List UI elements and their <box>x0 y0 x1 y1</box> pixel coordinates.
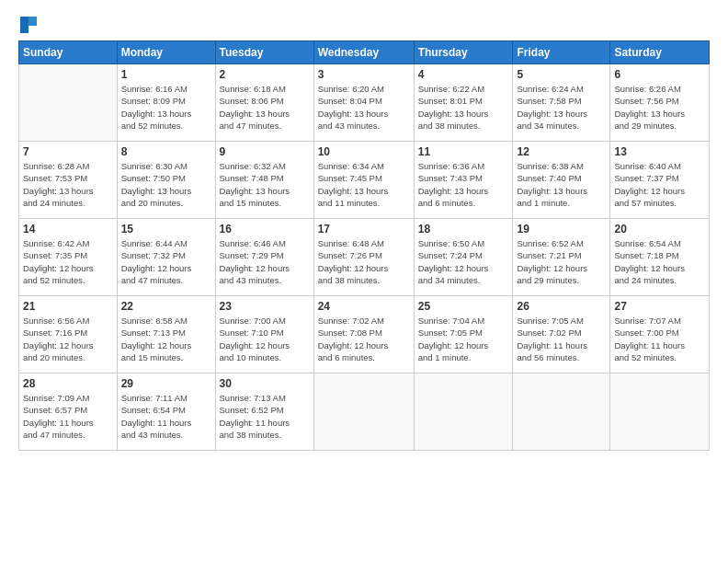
calendar-header-row: SundayMondayTuesdayWednesdayThursdayFrid… <box>19 41 710 64</box>
day-number: 6 <box>614 67 705 82</box>
calendar-cell <box>19 64 118 142</box>
day-info: Sunrise: 6:44 AM Sunset: 7:32 PM Dayligh… <box>121 237 211 286</box>
day-info: Sunrise: 6:28 AM Sunset: 7:53 PM Dayligh… <box>23 160 113 209</box>
day-info: Sunrise: 7:09 AM Sunset: 6:57 PM Dayligh… <box>23 392 113 441</box>
calendar-cell: 3Sunrise: 6:20 AM Sunset: 8:04 PM Daylig… <box>313 64 414 142</box>
weekday-header-wednesday: Wednesday <box>313 41 414 64</box>
calendar-cell: 9Sunrise: 6:32 AM Sunset: 7:48 PM Daylig… <box>215 142 313 219</box>
calendar-cell: 16Sunrise: 6:46 AM Sunset: 7:29 PM Dayli… <box>215 219 313 296</box>
day-info: Sunrise: 6:58 AM Sunset: 7:13 PM Dayligh… <box>121 315 211 363</box>
calendar-cell: 25Sunrise: 7:04 AM Sunset: 7:05 PM Dayli… <box>414 296 513 373</box>
calendar-cell: 27Sunrise: 7:07 AM Sunset: 7:00 PM Dayli… <box>610 296 710 373</box>
day-number: 25 <box>418 299 509 314</box>
calendar-cell: 20Sunrise: 6:54 AM Sunset: 7:18 PM Dayli… <box>610 219 710 296</box>
day-info: Sunrise: 7:11 AM Sunset: 6:54 PM Dayligh… <box>121 392 211 441</box>
day-info: Sunrise: 6:40 AM Sunset: 7:37 PM Dayligh… <box>614 160 705 209</box>
day-info: Sunrise: 6:22 AM Sunset: 8:01 PM Dayligh… <box>418 83 509 132</box>
weekday-header-sunday: Sunday <box>19 41 118 64</box>
logo-text <box>18 17 39 33</box>
calendar-cell <box>610 373 710 451</box>
calendar-cell: 5Sunrise: 6:24 AM Sunset: 7:58 PM Daylig… <box>513 64 610 142</box>
day-info: Sunrise: 6:56 AM Sunset: 7:16 PM Dayligh… <box>23 315 113 363</box>
calendar-cell: 2Sunrise: 6:18 AM Sunset: 8:06 PM Daylig… <box>215 64 313 142</box>
calendar-cell <box>513 373 610 451</box>
day-number: 7 <box>23 144 113 159</box>
day-number: 18 <box>418 222 509 236</box>
day-number: 27 <box>614 299 705 314</box>
day-info: Sunrise: 6:42 AM Sunset: 7:35 PM Dayligh… <box>23 237 113 286</box>
calendar-cell: 21Sunrise: 6:56 AM Sunset: 7:16 PM Dayli… <box>19 296 118 373</box>
day-info: Sunrise: 6:34 AM Sunset: 7:45 PM Dayligh… <box>318 160 410 209</box>
day-number: 19 <box>517 222 606 236</box>
calendar-cell: 14Sunrise: 6:42 AM Sunset: 7:35 PM Dayli… <box>19 219 118 296</box>
svg-marker-1 <box>28 17 37 26</box>
day-info: Sunrise: 6:24 AM Sunset: 7:58 PM Dayligh… <box>517 83 606 132</box>
day-info: Sunrise: 6:46 AM Sunset: 7:29 PM Dayligh… <box>220 237 310 286</box>
calendar-cell: 28Sunrise: 7:09 AM Sunset: 6:57 PM Dayli… <box>19 373 118 451</box>
calendar-cell: 29Sunrise: 7:11 AM Sunset: 6:54 PM Dayli… <box>117 373 215 451</box>
day-number: 30 <box>220 376 310 391</box>
day-info: Sunrise: 6:18 AM Sunset: 8:06 PM Dayligh… <box>220 83 310 132</box>
day-info: Sunrise: 6:50 AM Sunset: 7:24 PM Dayligh… <box>418 237 509 286</box>
logo <box>18 17 39 31</box>
calendar-cell: 12Sunrise: 6:38 AM Sunset: 7:40 PM Dayli… <box>513 142 610 219</box>
calendar-cell: 7Sunrise: 6:28 AM Sunset: 7:53 PM Daylig… <box>19 142 118 219</box>
calendar-table: SundayMondayTuesdayWednesdayThursdayFrid… <box>18 40 710 451</box>
weekday-header-friday: Friday <box>513 41 610 64</box>
weekday-header-thursday: Thursday <box>414 41 513 64</box>
day-info: Sunrise: 6:52 AM Sunset: 7:21 PM Dayligh… <box>517 237 606 286</box>
day-number: 1 <box>121 67 211 82</box>
weekday-header-saturday: Saturday <box>610 41 710 64</box>
day-number: 14 <box>23 222 113 236</box>
day-info: Sunrise: 7:00 AM Sunset: 7:10 PM Dayligh… <box>220 315 310 363</box>
day-info: Sunrise: 6:16 AM Sunset: 8:09 PM Dayligh… <box>121 83 211 132</box>
calendar-week-1: 1Sunrise: 6:16 AM Sunset: 8:09 PM Daylig… <box>19 64 710 142</box>
calendar-cell <box>313 373 414 451</box>
calendar-cell: 24Sunrise: 7:02 AM Sunset: 7:08 PM Dayli… <box>313 296 414 373</box>
day-number: 12 <box>517 144 606 159</box>
calendar-cell: 15Sunrise: 6:44 AM Sunset: 7:32 PM Dayli… <box>117 219 215 296</box>
calendar-cell: 4Sunrise: 6:22 AM Sunset: 8:01 PM Daylig… <box>414 64 513 142</box>
calendar-cell: 22Sunrise: 6:58 AM Sunset: 7:13 PM Dayli… <box>117 296 215 373</box>
calendar-cell: 10Sunrise: 6:34 AM Sunset: 7:45 PM Dayli… <box>313 142 414 219</box>
day-info: Sunrise: 6:38 AM Sunset: 7:40 PM Dayligh… <box>517 160 606 209</box>
day-info: Sunrise: 7:04 AM Sunset: 7:05 PM Dayligh… <box>418 315 509 363</box>
calendar-cell: 13Sunrise: 6:40 AM Sunset: 7:37 PM Dayli… <box>610 142 710 219</box>
calendar-week-2: 7Sunrise: 6:28 AM Sunset: 7:53 PM Daylig… <box>19 142 710 219</box>
day-info: Sunrise: 7:05 AM Sunset: 7:02 PM Dayligh… <box>517 315 606 363</box>
day-number: 13 <box>614 144 705 159</box>
calendar-cell: 6Sunrise: 6:26 AM Sunset: 7:56 PM Daylig… <box>610 64 710 142</box>
day-number: 23 <box>220 299 310 314</box>
day-number: 9 <box>220 144 310 159</box>
day-number: 17 <box>318 222 410 236</box>
day-number: 21 <box>23 299 113 314</box>
day-info: Sunrise: 6:32 AM Sunset: 7:48 PM Dayligh… <box>220 160 310 209</box>
day-number: 2 <box>220 67 310 82</box>
day-number: 29 <box>121 376 211 391</box>
logo-flag-icon <box>20 17 39 33</box>
day-number: 24 <box>318 299 410 314</box>
calendar-cell: 23Sunrise: 7:00 AM Sunset: 7:10 PM Dayli… <box>215 296 313 373</box>
calendar-cell: 26Sunrise: 7:05 AM Sunset: 7:02 PM Dayli… <box>513 296 610 373</box>
day-info: Sunrise: 6:26 AM Sunset: 7:56 PM Dayligh… <box>614 83 705 132</box>
calendar-cell: 1Sunrise: 6:16 AM Sunset: 8:09 PM Daylig… <box>117 64 215 142</box>
header <box>18 17 710 31</box>
calendar-week-5: 28Sunrise: 7:09 AM Sunset: 6:57 PM Dayli… <box>19 373 710 451</box>
day-info: Sunrise: 6:30 AM Sunset: 7:50 PM Dayligh… <box>121 160 211 209</box>
calendar-cell: 30Sunrise: 7:13 AM Sunset: 6:52 PM Dayli… <box>215 373 313 451</box>
day-number: 8 <box>121 144 211 159</box>
day-number: 10 <box>318 144 410 159</box>
day-info: Sunrise: 6:20 AM Sunset: 8:04 PM Dayligh… <box>318 83 410 132</box>
day-number: 4 <box>418 67 509 82</box>
day-info: Sunrise: 7:07 AM Sunset: 7:00 PM Dayligh… <box>614 315 705 363</box>
calendar-cell: 17Sunrise: 6:48 AM Sunset: 7:26 PM Dayli… <box>313 219 414 296</box>
weekday-header-tuesday: Tuesday <box>215 41 313 64</box>
day-info: Sunrise: 6:48 AM Sunset: 7:26 PM Dayligh… <box>318 237 410 286</box>
day-number: 5 <box>517 67 606 82</box>
calendar-week-4: 21Sunrise: 6:56 AM Sunset: 7:16 PM Dayli… <box>19 296 710 373</box>
calendar-cell: 8Sunrise: 6:30 AM Sunset: 7:50 PM Daylig… <box>117 142 215 219</box>
day-number: 20 <box>614 222 705 236</box>
day-number: 28 <box>23 376 113 391</box>
day-number: 3 <box>318 67 410 82</box>
weekday-header-monday: Monday <box>117 41 215 64</box>
